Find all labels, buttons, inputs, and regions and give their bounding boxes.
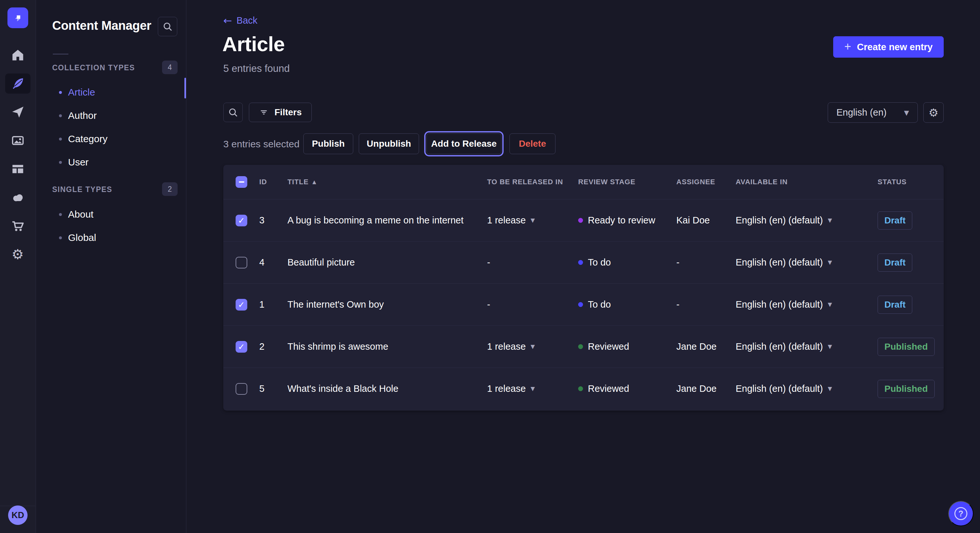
bullet-icon <box>59 213 62 216</box>
nav-content-type-builder[interactable] <box>5 159 30 179</box>
subnav-search-button[interactable] <box>158 17 177 36</box>
stage-dot <box>578 302 583 307</box>
nav-items: ⚙ <box>0 45 35 265</box>
chevron-down-icon: ▼ <box>828 302 832 307</box>
row-checkbox[interactable]: ✓ <box>235 341 247 353</box>
nav-settings[interactable]: ⚙ <box>5 244 30 265</box>
cell-assignee: Jane Doe <box>676 341 736 352</box>
unpublish-button[interactable]: Unpublish <box>359 133 419 154</box>
stage-dot <box>578 386 583 391</box>
help-button[interactable]: ? <box>948 501 974 526</box>
chevron-down-icon: ▼ <box>530 217 535 223</box>
sidebar-item-category[interactable]: Category <box>59 133 108 144</box>
nav-home[interactable] <box>5 45 30 65</box>
user-avatar[interactable]: KD <box>8 506 27 525</box>
bullet-icon <box>59 236 62 239</box>
subnav-divider <box>53 54 68 54</box>
cell-assignee: - <box>676 299 736 310</box>
delete-button[interactable]: Delete <box>509 133 555 154</box>
home-icon <box>11 48 25 62</box>
sidebar-item-article[interactable]: Article <box>59 87 95 98</box>
locale-select[interactable]: English (en) ▼ <box>828 102 918 123</box>
column-header-title[interactable]: TITLE ▲ <box>288 178 487 186</box>
strapi-logo[interactable] <box>8 8 28 28</box>
plus-icon: + <box>844 41 851 52</box>
cell-release-dropdown[interactable]: 1 release ▼ <box>487 383 578 394</box>
select-all-checkbox[interactable] <box>235 176 247 188</box>
cell-available-dropdown[interactable]: English (en) (default) ▼ <box>736 299 878 310</box>
cell-available-dropdown[interactable]: English (en) (default) ▼ <box>736 383 878 394</box>
indeterminate-icon <box>239 181 244 182</box>
status-badge: Draft <box>878 296 912 314</box>
strapi-logo-icon <box>13 13 23 23</box>
sidebar-item-global[interactable]: Global <box>59 232 96 243</box>
cell-release-dropdown[interactable]: 1 release ▼ <box>487 215 578 226</box>
sidebar-item-about[interactable]: About <box>59 209 93 220</box>
table-row[interactable]: 4 Beautiful picture - To do - English (e… <box>223 241 944 283</box>
gear-icon: ⚙ <box>929 106 938 119</box>
stage-dot <box>578 260 583 265</box>
sidebar-item-user[interactable]: User <box>59 157 89 168</box>
cell-id: 4 <box>259 257 288 268</box>
row-checkbox[interactable]: ✓ <box>235 215 247 226</box>
selection-count: 3 entries selected <box>223 139 299 150</box>
marketplace-cart-icon <box>11 219 25 233</box>
cell-available-dropdown[interactable]: English (en) (default) ▼ <box>736 341 878 352</box>
back-link[interactable]: ← Back <box>223 15 257 26</box>
cell-title: Beautiful picture <box>288 257 487 268</box>
cell-id: 5 <box>259 383 288 394</box>
cell-release: - <box>487 257 578 268</box>
cell-status: Draft <box>878 211 944 230</box>
view-settings-button[interactable]: ⚙ <box>923 102 944 123</box>
nav-marketplace[interactable] <box>5 216 30 236</box>
main-navbar: ⚙ KD <box>0 0 36 533</box>
check-icon: ✓ <box>238 343 245 351</box>
column-header-stage[interactable]: REVIEW STAGE <box>578 178 676 186</box>
cell-assignee: Kai Doe <box>676 215 736 226</box>
status-badge: Draft <box>878 211 912 230</box>
create-new-entry-button[interactable]: + Create new entry <box>833 36 944 58</box>
chevron-down-icon: ▼ <box>828 344 832 349</box>
entries-table: ID TITLE ▲ TO BE RELEASED IN REVIEW STAG… <box>223 165 944 411</box>
table-row[interactable]: 5 What's inside a Black Hole 1 release ▼… <box>223 368 944 409</box>
column-header-assignee[interactable]: ASSIGNEE <box>676 178 736 186</box>
nav-content-manager[interactable] <box>5 73 30 94</box>
entries-count: 5 entries found <box>223 63 290 75</box>
cell-review-stage: To do <box>578 299 676 310</box>
column-header-id[interactable]: ID <box>259 178 288 186</box>
status-badge: Draft <box>878 254 912 272</box>
subnav-title: Content Manager <box>52 19 151 33</box>
row-checkbox[interactable] <box>235 257 247 268</box>
table-row[interactable]: ✓ 1 The internet's Own boy - To do - Eng… <box>223 283 944 325</box>
content-manager-feather-icon <box>11 76 25 90</box>
column-header-available[interactable]: AVAILABLE IN <box>736 178 878 186</box>
column-header-release[interactable]: TO BE RELEASED IN <box>487 178 578 186</box>
sidebar-item-label: Author <box>68 110 97 121</box>
row-checkbox[interactable]: ✓ <box>235 299 247 311</box>
nav-releases[interactable] <box>5 102 30 122</box>
cell-status: Draft <box>878 296 944 314</box>
sidebar-item-author[interactable]: Author <box>59 110 97 121</box>
section-collection-types: COLLECTION TYPES <box>52 63 135 72</box>
search-button[interactable] <box>223 103 243 122</box>
table-row[interactable]: ✓ 2 This shrimp is awesome 1 release ▼ R… <box>223 325 944 368</box>
cell-release: - <box>487 299 578 310</box>
cell-available-dropdown[interactable]: English (en) (default) ▼ <box>736 215 878 226</box>
table-row[interactable]: ✓ 3 A bug is becoming a meme on the inte… <box>223 199 944 241</box>
row-checkbox[interactable] <box>235 383 247 395</box>
cloud-icon <box>11 190 25 205</box>
filters-label: Filters <box>275 107 302 117</box>
bullet-icon <box>59 91 62 94</box>
subnav-scrollbar-thumb[interactable] <box>185 78 186 98</box>
search-icon <box>228 107 239 118</box>
nav-cloud[interactable] <box>5 187 30 208</box>
add-to-release-button[interactable]: Add to Release <box>426 133 501 154</box>
cell-id: 2 <box>259 341 288 352</box>
chevron-down-icon: ▼ <box>828 386 832 392</box>
nav-media-library[interactable] <box>5 130 30 151</box>
column-header-status[interactable]: STATUS <box>878 178 944 186</box>
publish-button[interactable]: Publish <box>303 133 353 154</box>
cell-release-dropdown[interactable]: 1 release ▼ <box>487 341 578 352</box>
filters-button[interactable]: Filters <box>249 103 312 122</box>
cell-available-dropdown[interactable]: English (en) (default) ▼ <box>736 257 878 268</box>
